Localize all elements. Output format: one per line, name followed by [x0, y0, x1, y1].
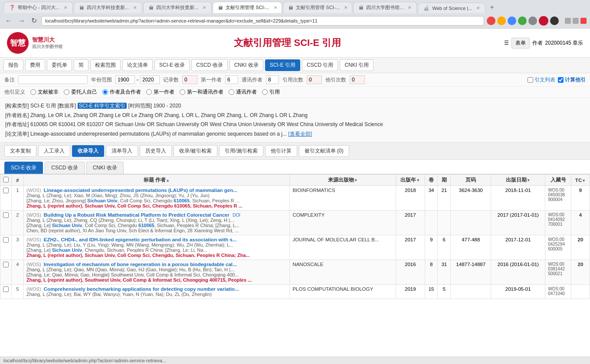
action-tab-collect-search[interactable]: 收录/被引检索	[174, 145, 217, 157]
comm-author-input[interactable]	[266, 75, 279, 84]
nav-paper-list[interactable]: 论文清单	[122, 59, 153, 71]
action-tab-collect-import[interactable]: 收录导入	[72, 145, 104, 157]
cite-list-toggle[interactable]: 引文列表	[528, 76, 555, 84]
year-column-header[interactable]: 出版年▼	[396, 175, 425, 186]
tab-wos[interactable]: 🔬 Web of Science |... ✕	[418, 3, 485, 13]
cite-list-checkbox[interactable]	[528, 77, 533, 83]
tab-close-btn[interactable]: ✕	[64, 5, 67, 10]
action-tab-manual-entry[interactable]: 人工录入	[38, 145, 70, 157]
row-checkbox[interactable]	[3, 212, 9, 218]
cite-times-input[interactable]	[307, 75, 322, 84]
tab-scu-lib[interactable]: 🏛 四川大学图书馆... ✕	[353, 2, 417, 13]
nav-report[interactable]: 报告	[3, 59, 23, 71]
radio-option-6[interactable]: 通讯作者	[229, 88, 257, 96]
sub-tab-scie[interactable]: SCI-E 收录	[4, 162, 43, 174]
pubdate-column-header[interactable]: 出版日期▼	[491, 175, 545, 186]
source-cell: COMPLEXITY	[290, 211, 396, 235]
nav-cnki-collect[interactable]: CNKI 收录	[229, 59, 263, 71]
row-checkbox[interactable]	[3, 286, 9, 292]
view-toggle-button[interactable]: 表单	[511, 38, 530, 49]
back-button[interactable]: ←	[3, 16, 14, 26]
forward-button[interactable]: →	[16, 16, 27, 26]
radio-option-3[interactable]: 作者及合作者	[102, 88, 141, 96]
select-all-header[interactable]	[0, 175, 12, 186]
db-value-highlight: SCI-E 科学引文索引	[78, 103, 127, 109]
nav-cscd-collect[interactable]: CSCD 收录	[191, 59, 227, 71]
tab-favicon: 🏛	[79, 5, 84, 10]
calc-other-checkbox[interactable]	[558, 77, 564, 83]
radio-input-1[interactable]	[30, 89, 36, 95]
nav-brief[interactable]: 简	[74, 59, 88, 71]
nav-scope[interactable]: 检索范围	[90, 59, 121, 71]
nav-scie-cite[interactable]: SCI-E 引用	[265, 59, 300, 71]
tab-close-btn[interactable]: ✕	[344, 5, 347, 10]
sub-tab-cnki[interactable]: CNKI 收录	[86, 162, 124, 174]
address-bar[interactable]	[41, 16, 484, 26]
radio-option-5[interactable]: 第一和通讯作者	[180, 88, 223, 96]
records-input[interactable]	[182, 75, 197, 84]
action-tab-text-copy[interactable]: 文本复制	[4, 145, 36, 157]
tab-scid2[interactable]: 🏛 文献引用管理 SCI-... ✕	[283, 2, 352, 13]
action-tab-list-import[interactable]: 清单导入	[106, 145, 138, 157]
action-tab-calc-other[interactable]: 他引计算	[265, 145, 297, 157]
authors-main: Zhang, L (Zhang, Le); Bai, WY (Bai, Wany…	[26, 292, 287, 297]
action-tab-history-import[interactable]: 历史导入	[140, 145, 172, 157]
nav-commission[interactable]: 委托单	[47, 59, 72, 71]
paper-title-link[interactable]: Investigation of mechanism of bone regen…	[44, 262, 237, 267]
tab-close-btn[interactable]: ✕	[408, 5, 411, 10]
page-header: 智慧 智慧川大 四川大学图书馆 文献引用管理 SCI-E 引用 ☰ 表单 作者 …	[0, 29, 590, 58]
row-checkbox[interactable]	[3, 262, 9, 267]
status-bar: localhost/bcrj/library/website/web/admin…	[0, 357, 590, 358]
backup-input[interactable]	[18, 75, 88, 84]
tab-help[interactable]: ❓ 帮助中心 - 四川大... ✕	[3, 2, 73, 13]
year-from-input[interactable]	[115, 75, 135, 84]
source-column-header[interactable]: 来源出版物▼	[290, 175, 396, 186]
num-column-header: #	[12, 175, 24, 186]
radio-input-6[interactable]	[229, 89, 234, 95]
nav-scie-collect[interactable]: SCI-E 收录	[154, 59, 190, 71]
tab-scid1[interactable]: 🏛 文献引用管理 SCI-... ✕	[213, 2, 282, 13]
tab-label: 文献引用管理 SCI-...	[296, 4, 339, 11]
view-icon: ☰	[504, 40, 509, 46]
select-all-checkbox[interactable]	[3, 177, 9, 182]
action-tab-cite-search[interactable]: 引用/施引检索	[219, 145, 263, 157]
paper-title-link[interactable]: EZH2-, CHD4-, and IDH-linked epigenetic …	[44, 237, 237, 242]
see-all-link[interactable]: [查看全部]	[288, 131, 312, 137]
paper-title-link[interactable]: Building Up a Robust Risk Mathematical P…	[44, 212, 229, 218]
calc-other-toggle[interactable]: 计算他引	[558, 76, 586, 84]
radio-input-3[interactable]	[102, 89, 108, 95]
refresh-button[interactable]: ↻	[30, 16, 39, 26]
row-checkbox[interactable]	[3, 237, 9, 243]
tab-close-btn[interactable]: ✕	[203, 5, 206, 10]
paper-title-link[interactable]: Lineage-associated underrepresented perm…	[44, 188, 237, 193]
first-author-input[interactable]	[225, 75, 238, 84]
radio-input-7[interactable]	[262, 89, 268, 95]
source-cell: JOURNAL OF MOLECULAR CELL B...	[290, 235, 396, 260]
tab-close-btn[interactable]: ✕	[133, 5, 137, 10]
radio-input-4[interactable]	[146, 89, 152, 95]
radio-option-7[interactable]: 引用	[262, 88, 280, 96]
sub-tab-cscd[interactable]: CSCD 收录	[45, 162, 84, 174]
action-tab-cited-list[interactable]: 被引文献清单 (0)	[299, 145, 349, 157]
new-tab-button[interactable]: +	[486, 2, 497, 13]
other-times-input[interactable]	[350, 75, 365, 84]
radio-row: 他引定义 文献被非 委托人自己 作者及合作者 第一作者 第一和通讯作者 通讯作者…	[0, 87, 590, 98]
radio-input-2[interactable]	[64, 89, 69, 95]
nav-fee[interactable]: 费用	[25, 59, 45, 71]
radio-option-1[interactable]: 文献被非	[30, 88, 59, 96]
tab-scu2[interactable]: 🏛 四川大学科技查新... ✕	[143, 2, 212, 13]
row-checkbox[interactable]	[3, 188, 9, 193]
radio-input-5[interactable]	[180, 89, 185, 95]
nav-cnki-cite[interactable]: CNKI 引用	[340, 59, 374, 71]
year-to-input[interactable]	[140, 75, 160, 84]
tab-close-btn[interactable]: ✕	[476, 6, 480, 10]
tab-scu1[interactable]: 🏛 四川大学科技查新... ✕	[74, 2, 142, 13]
title-author-column-header[interactable]: 标题 作者▲	[24, 175, 290, 186]
radio-option-4[interactable]: 第一作者	[146, 88, 174, 96]
doi-link[interactable]: DOI	[233, 213, 240, 218]
paper-title-link[interactable]: Comprehensively benchmarking application…	[44, 286, 239, 292]
tc-column-header[interactable]: TC▼	[571, 175, 590, 186]
nav-cscd-cite[interactable]: CSCD 引用	[302, 59, 338, 71]
radio-option-2[interactable]: 委托人自己	[64, 88, 97, 96]
tab-close-btn[interactable]: ✕	[274, 5, 277, 10]
